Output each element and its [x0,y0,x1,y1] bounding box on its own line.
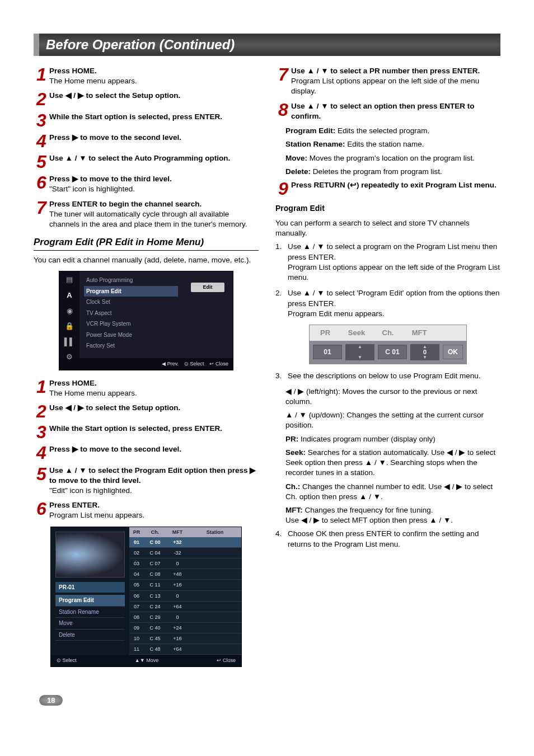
setup-menu-item: Power Save Mode [84,330,178,341]
step-b-number-1: 1 [34,379,49,398]
step-b-number-5: 5 [34,467,49,496]
step-4-bold: Press ▶ to move to the second level. [49,133,181,142]
footer-select: ⊙ Select [57,657,77,664]
ok-button: OK [443,345,463,359]
col-ch: Ch. [144,527,166,537]
desc-seek-b: Seek: [285,448,306,457]
footer-hint: ◀ Prev. [162,361,179,367]
edit-pr: 01 [313,345,342,359]
program-list-row: 10C 45+16 [129,633,241,644]
step-b1-text: The Home menu appears. [49,389,137,397]
step-7-bold: Press ENTER to begin the channel search. [49,200,202,208]
screenshot-program-edit-bar: PR Seek Ch. MFT 01 ▲ ▼ C 01 ▲ [309,325,467,364]
desc-leftright: ◀ / ▶ (left/right): Moves the cursor to … [285,387,500,407]
desc-mft2: Use ◀ / ▶ to select MFT option then pres… [285,516,453,524]
step-number-2: 2 [34,92,49,107]
section-header: Before Operation (Continued) [34,34,500,56]
program-list-option: Program Edit [55,595,125,607]
step-r9-bold: Press RETURN (↩) repeatedly to exit Prog… [291,181,496,189]
step-number-6: 6 [34,175,49,194]
edit-seek-spinner: ▲ ▼ [345,344,374,360]
program-list-row: 03C 070 [129,558,241,569]
setup-menu-item: Clock Set [84,297,178,308]
program-edit-heading: Program Edit [275,203,500,214]
rec-icon: ▌▌ [64,337,75,347]
step-r-number-8: 8 [275,102,291,121]
desc-ch-b: Ch.: [285,482,300,491]
program-list-row: 02C 04-32 [129,548,241,558]
step-number-7: 7 [34,200,49,230]
step-b-number-6: 6 [34,501,49,520]
chevron-down-icon: ▼ [423,355,427,360]
desc-ch-t: Changes the channel number to edit. Use … [285,482,493,501]
n2a: Use ▲ / ▼ to select 'Program Edit' optio… [288,289,500,307]
program-edit-intro-text: You can perform a search to select and s… [275,218,500,238]
step-2-bold: Use ◀ / ▶ to select the Setup option. [49,91,180,100]
edit-button: Edit [191,283,224,292]
step-b6-bold: Press ENTER. [49,501,100,509]
program-list-option: Move [55,618,125,630]
step-b6-text: Program List menu appears. [49,511,144,519]
program-list-row: 01C 00+32 [129,537,241,548]
step-b2-bold: Use ◀ / ▶ to select the Setup option. [49,403,180,412]
footer-move: ▲▼ Move [135,657,158,664]
col-station: Station [189,527,241,537]
footer-close: ↩ Close [217,657,236,664]
program-list-row: 04C 08+48 [129,569,241,580]
step-b-number-2: 2 [34,404,49,419]
program-edit-intro: You can edit a channel manually (add, de… [34,255,259,265]
step-1-text: The Home menu appears. [49,77,137,85]
num-3: 3. [275,371,288,381]
opt-program-edit-b: Program Edit: [285,126,335,135]
n3: See the descriptions on below to use Pro… [288,372,480,380]
opt-delete-b: Delete: [285,167,311,176]
opt-move-b: Move: [285,154,307,162]
hdr-mft: MFT [404,325,435,341]
opt-move-t: Moves the program's location on the prog… [307,154,475,162]
step-b3-bold: While the Start option is selected, pres… [49,424,222,433]
step-1-bold: Press HOME. [49,67,97,75]
step-b4-bold: Press ▶ to move to the second level. [49,445,181,453]
hdr-ch: Ch. [372,325,404,341]
step-3-bold: While the Start option is selected, pres… [49,112,222,121]
desc-updown: ▲ / ▼ (up/down): Changes the setting at … [285,410,500,430]
desc-pr-t: Indicates program number (display only) [298,435,435,443]
n4: Choose OK then press ENTER to confirm th… [288,529,479,548]
menu-icon: ▤ [64,275,75,285]
step-number-4: 4 [34,134,49,149]
step-r-number-7: 7 [275,67,291,97]
disc-icon: ◉ [64,306,75,316]
program-list-row: 07C 24+64 [129,602,241,612]
subheading-program-edit: Program Edit (PR Edit in Home Menu) [34,236,259,251]
program-list-option: Delete [55,630,125,641]
program-list-row: 09C 40+24 [129,623,241,633]
program-list-row: 08C 290 [129,612,241,623]
num-2: 2. [275,288,288,319]
step-b1-bold: Press HOME. [49,379,97,387]
step-r8-bold: Use ▲ / ▼ to select an option then press… [291,102,475,120]
step-r7-text: Program List options appear on the left … [291,77,479,95]
left-column: 1 Press HOME. The Home menu appears. 2 U… [34,66,259,673]
opt-program-edit-t: Edits the selected program. [335,126,429,135]
step-number-5: 5 [34,154,49,170]
setup-menu-item: Auto Programming [84,275,178,286]
step-b-number-3: 3 [34,425,49,440]
gear-icon: ⚙ [64,352,75,362]
lock-icon: 🔒 [64,321,75,331]
desc-mft-b: MFT: [285,506,303,514]
step-number-3: 3 [34,113,49,128]
desc-mft-t: Changes the frequency for fine tuning. [303,506,433,514]
setup-menu-item: TV Aspect [84,308,178,319]
chevron-down-icon: ▼ [358,355,362,360]
step-6-text: "Start" icon is highlighted. [49,185,135,193]
edit-ch: C 01 [378,345,407,359]
opt-station-rename-b: Station Rename: [285,140,345,148]
opt-delete-t: Deletes the program from program list. [311,167,442,176]
opt-station-rename-t: Edits the station name. [345,140,424,148]
step-6-bold: Press ▶ to move to the third level. [49,175,172,183]
footer-hint: ↩ Close [209,361,228,367]
step-7-text: The tuner will automatically cycle throu… [49,210,247,228]
setup-menu-item: Factory Set [84,340,178,351]
page-number: 18 [39,695,63,706]
n1b: Program List options appear on the left … [288,263,500,281]
